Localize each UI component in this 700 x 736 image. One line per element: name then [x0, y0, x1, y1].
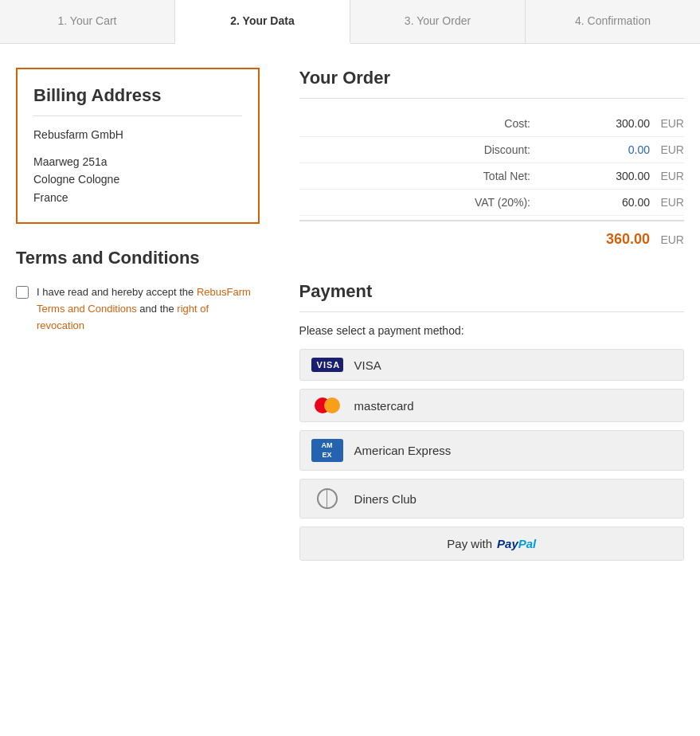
payment-title: Payment [299, 281, 684, 312]
terms-title: Terms and Conditions [16, 248, 260, 268]
step-confirmation[interactable]: 4. Confirmation [526, 0, 700, 43]
terms-checkbox[interactable] [16, 286, 29, 299]
order-label-cost: Cost: [467, 117, 530, 130]
amex-icon: AMEX [311, 439, 343, 462]
visa-label: VISA [354, 358, 381, 372]
order-amount-vat: 60.00 [594, 196, 650, 209]
billing-address-box: Billing Address Rebusfarm GmbH Maarweg 2… [16, 68, 260, 224]
order-total-row: 360.00 EUR [299, 220, 684, 257]
mastercard-label: mastercard [354, 399, 414, 413]
payment-option-diners[interactable]: Diners Club [299, 479, 684, 519]
main-content: Billing Address Rebusfarm GmbH Maarweg 2… [0, 44, 700, 593]
terms-section: Terms and Conditions I have read and her… [16, 248, 260, 334]
order-amount-cost: 300.00 [594, 117, 650, 130]
paypal-text-prefix: Pay with [447, 537, 492, 550]
terms-text: I have read and hereby accept the RebusF… [37, 284, 260, 334]
order-currency-cost: EUR [656, 117, 684, 130]
amex-label: American Express [354, 444, 452, 457]
billing-company: Rebusfarm GmbH [33, 128, 242, 141]
payment-option-mastercard[interactable]: mastercard [299, 389, 684, 422]
order-title: Your Order [299, 68, 684, 99]
payment-option-paypal[interactable]: Pay with PayPal [299, 527, 684, 561]
payment-subtitle: Please select a payment method: [299, 324, 684, 337]
order-row-vat: VAT (20%): 60.00 EUR [299, 190, 684, 216]
diners-circle [317, 488, 338, 509]
order-total-currency: EUR [656, 233, 684, 246]
order-label-discount: Discount: [467, 143, 530, 156]
checkout-stepper: 1. Your Cart 2. Your Data 3. Your Order … [0, 0, 700, 44]
terms-link[interactable]: RebusFarm Terms and Conditions [37, 286, 251, 315]
order-row-cost: Cost: 300.00 EUR [299, 111, 684, 137]
order-label-total-net: Total Net: [467, 170, 530, 182]
order-total-amount: 360.00 [594, 231, 650, 248]
diners-icon [311, 487, 343, 510]
order-currency-vat: EUR [656, 196, 684, 209]
order-amount-total-net: 300.00 [594, 170, 650, 182]
order-currency-total-net: EUR [656, 170, 684, 182]
payment-option-amex[interactable]: AMEX American Express [299, 430, 684, 471]
order-row-discount: Discount: 0.00 EUR [299, 137, 684, 163]
paypal-logo: PayPal [497, 537, 536, 550]
order-row-total-net: Total Net: 300.00 EUR [299, 163, 684, 190]
diners-label: Diners Club [354, 492, 416, 506]
step-your-data[interactable]: 2. Your Data [175, 0, 350, 44]
left-column: Billing Address Rebusfarm GmbH Maarweg 2… [16, 68, 284, 569]
step-your-order[interactable]: 3. Your Order [350, 0, 526, 43]
visa-icon: VISA [311, 358, 343, 372]
order-amount-discount: 0.00 [594, 143, 650, 156]
mastercard-icon [311, 397, 343, 413]
billing-address: Maarweg 251a Cologne Cologne France [33, 153, 242, 206]
right-column: Your Order Cost: 300.00 EUR Discount: 0.… [284, 68, 684, 569]
billing-street: Maarweg 251a [33, 153, 242, 170]
billing-title: Billing Address [33, 85, 242, 116]
payment-option-visa[interactable]: VISA VISA [299, 349, 684, 381]
billing-country: France [33, 189, 242, 206]
order-label-vat: VAT (20%): [467, 196, 530, 209]
order-currency-discount: EUR [656, 143, 684, 156]
payment-section: Payment Please select a payment method: … [299, 281, 684, 561]
billing-city: Cologne Cologne [33, 170, 242, 188]
terms-check-row: I have read and hereby accept the RebusF… [16, 284, 260, 334]
step-cart[interactable]: 1. Your Cart [0, 0, 175, 43]
mc-right-circle [324, 397, 340, 413]
diners-line [327, 490, 327, 507]
order-section: Your Order Cost: 300.00 EUR Discount: 0.… [299, 68, 684, 257]
